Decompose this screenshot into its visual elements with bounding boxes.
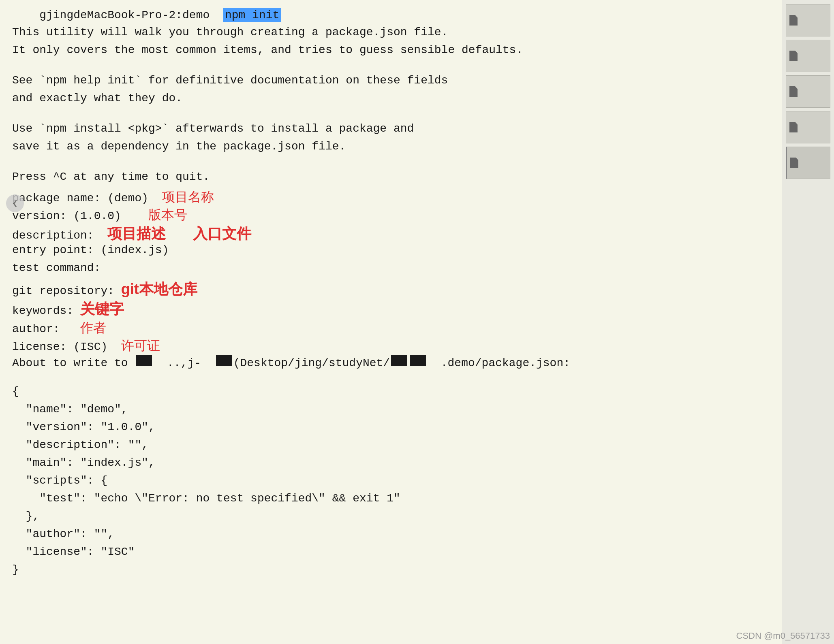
git-repo-text: git repository: — [12, 285, 121, 297]
nav-doc-icon-5 — [790, 158, 798, 168]
press-ctrl-c-line: Press ^C at any time to quit. — [12, 171, 770, 188]
entry-point-text: entry point: (index.js) — [12, 244, 189, 256]
json-close-line: } — [12, 563, 770, 581]
intro-text-1: This utility will walk you through creat… — [12, 26, 448, 38]
about-to-write-text: About to write to — [12, 357, 135, 369]
intro-text-4: and exactly what they do. — [12, 92, 182, 104]
redacted-path-4 — [410, 355, 426, 366]
redacted-path-3 — [391, 355, 407, 366]
intro-text-5: Use `npm install <pkg>` afterwards to in… — [12, 122, 414, 135]
json-main-text: "main": "index.js", — [12, 456, 155, 469]
json-scripts-close-line: }, — [12, 510, 770, 528]
json-name-line: "name": "demo", — [12, 403, 770, 421]
nav-doc-icon-4 — [789, 122, 798, 132]
json-brace-open: { — [12, 385, 19, 398]
nav-doc-icon-2 — [789, 51, 798, 61]
version-text: version: (1.0.0) — [12, 210, 148, 222]
json-test-text: "test": "echo \"Error: no test specified… — [12, 492, 400, 505]
about-path-text: ..,j- — [153, 357, 214, 369]
intro-line-5: Use `npm install <pkg>` afterwards to in… — [12, 122, 770, 140]
json-main-line: "main": "index.js", — [12, 456, 770, 474]
json-line-open: { — [12, 385, 770, 403]
nav-doc-icon-1 — [789, 15, 798, 26]
test-command-line: test command: — [12, 262, 770, 279]
description-annotation: 项目描述 — [107, 224, 166, 244]
json-desc-text: "description": "", — [12, 439, 148, 451]
nav-sidebar — [782, 0, 834, 644]
version-annotation: 版本号 — [148, 206, 187, 224]
intro-text-3: See `npm help init` for definitive docum… — [12, 74, 448, 87]
git-repo-annotation: git本地仓库 — [121, 279, 197, 299]
package-name-annotation: 项目名称 — [162, 188, 214, 206]
json-brace-close: } — [12, 563, 19, 576]
json-name-text: "name": "demo", — [12, 403, 128, 416]
description-text: description: — [12, 229, 107, 242]
git-repo-line: git repository: git本地仓库 — [12, 279, 770, 299]
json-desc-line: "description": "", — [12, 439, 770, 456]
sidebar-item-1[interactable] — [786, 4, 830, 36]
intro-line-2: It only covers the most common items, an… — [12, 44, 770, 62]
license-line: license: (ISC) 许可证 — [12, 337, 770, 355]
json-version-text: "version": "1.0.0", — [12, 421, 155, 433]
intro-text-2: It only covers the most common items, an… — [12, 44, 523, 56]
title-bar-line: gjingdeMacBook-Pro-2:demo npm init — [12, 8, 770, 26]
about-path-desktop: (Desktop/jing/studyNet/ — [233, 357, 390, 369]
csdn-watermark-text: CSDN @m0_56571733 — [736, 631, 830, 641]
sidebar-item-5-active[interactable] — [786, 147, 830, 179]
nav-arrow-button[interactable]: ❮ — [6, 194, 24, 212]
intro-text-6: save it as a dependency in the package.j… — [12, 140, 346, 153]
test-command-text: test command: — [12, 262, 101, 274]
package-name-line: package name: (demo) 项目名称 — [12, 188, 770, 206]
press-ctrl-c-text: Press ^C at any time to quit. — [12, 171, 210, 183]
json-scripts-close-text: }, — [12, 510, 39, 522]
author-text: author: — [12, 323, 80, 335]
bottom-bar: CSDN @m0_56571733 — [721, 628, 834, 644]
entry-point-line: entry point: (index.js) — [12, 244, 770, 262]
about-path-end: .demo/package.json: — [427, 357, 570, 369]
author-annotation: 作者 — [80, 319, 106, 337]
json-author-line: "author": "", — [12, 528, 770, 546]
json-author-text: "author": "", — [12, 528, 114, 540]
license-text: license: (ISC) — [12, 341, 121, 353]
nav-doc-icon-3 — [789, 86, 798, 97]
sidebar-item-2[interactable] — [786, 40, 830, 72]
entry-point-annotation-inline: 入口文件 — [193, 224, 251, 244]
npm-init-command: npm init — [223, 8, 281, 22]
keywords-text: keywords: — [12, 305, 80, 317]
sidebar-item-4[interactable] — [786, 111, 830, 143]
blank-line-1 — [12, 62, 770, 74]
intro-line-4: and exactly what they do. — [12, 92, 770, 110]
intro-line-1: This utility will walk you through creat… — [12, 26, 770, 44]
description-line: description: 项目描述 入口文件 — [12, 224, 770, 244]
blank-line-2 — [12, 110, 770, 122]
json-license-line: "license": "ISC" — [12, 546, 770, 563]
author-line: author: 作者 — [12, 319, 770, 337]
intro-line-6: save it as a dependency in the package.j… — [12, 140, 770, 158]
description-spacer — [166, 229, 193, 242]
package-name-text: package name: (demo) — [12, 192, 162, 205]
nav-arrow-icon: ❮ — [12, 198, 17, 209]
redacted-path-2 — [216, 355, 232, 366]
terminal-area: gjingdeMacBook-Pro-2:demo npm init This … — [0, 0, 782, 644]
blank-line-3 — [12, 158, 770, 171]
about-to-write-line: About to write to ..,j- (Desktop/jing/st… — [12, 355, 770, 373]
keywords-line: keywords: 关键字 — [12, 299, 770, 319]
license-annotation: 许可证 — [121, 337, 160, 355]
intro-line-3: See `npm help init` for definitive docum… — [12, 74, 770, 92]
title-bar-prefix: gjingdeMacBook-Pro-2:demo — [12, 9, 223, 21]
json-test-line: "test": "echo \"Error: no test specified… — [12, 492, 770, 510]
json-version-line: "version": "1.0.0", — [12, 421, 770, 439]
redacted-path-1 — [136, 355, 152, 366]
json-license-text: "license": "ISC" — [12, 546, 135, 558]
json-scripts-text: "scripts": { — [12, 474, 107, 487]
keywords-annotation: 关键字 — [80, 299, 124, 319]
version-line: version: (1.0.0) 版本号 — [12, 206, 770, 224]
sidebar-item-3[interactable] — [786, 75, 830, 108]
blank-line-4 — [12, 373, 770, 385]
json-scripts-line: "scripts": { — [12, 474, 770, 492]
